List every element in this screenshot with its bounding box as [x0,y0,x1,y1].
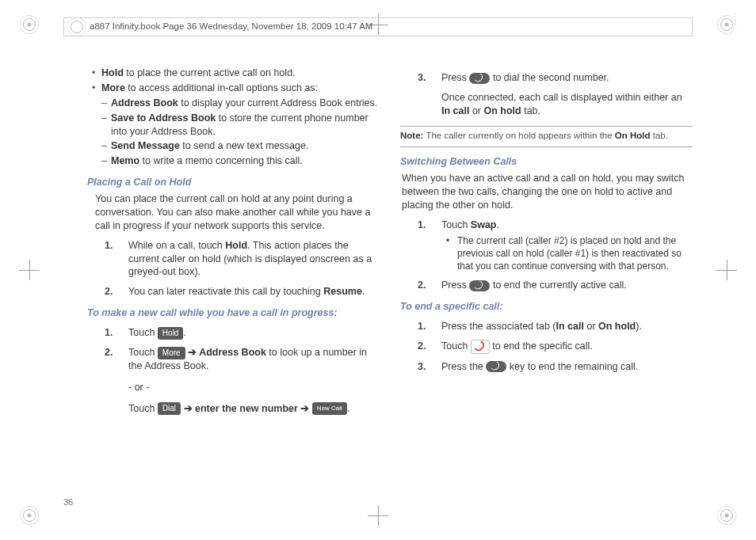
crop-mark [19,14,40,35]
step-item: 1. Touch Hold. [87,326,380,340]
divider [400,126,693,127]
left-column: Hold to place the current active call on… [87,65,380,477]
crop-mark [716,14,737,35]
step-item: 1. While on a call, touch Hold. This act… [87,239,380,280]
end-key-icon [469,280,490,291]
step-number: 1. [418,219,426,232]
new-call-button-icon: New Call [312,402,347,415]
paragraph: Once connected, each call is displayed w… [441,91,693,118]
list-item: Address Book to display your current Add… [87,97,380,110]
right-column: 3. Press to dial the second number. Once… [400,65,693,477]
step-item: 3. Press to dial the second number. Once… [400,71,693,118]
list-item: More to access additional in-call option… [87,82,380,95]
crop-mark [716,505,737,526]
step-number: 3. [418,71,426,85]
list-item: Memo to write a memo concerning this cal… [87,154,380,168]
step-item: 2. You can later reactivate this call by… [87,285,380,299]
step-item: 2. Touch to end the specific call. [400,340,693,354]
step-number: 1. [105,326,113,340]
more-button-icon: More [158,347,185,359]
end-key-icon [486,361,506,372]
step-number: 3. [418,360,426,374]
step-item: 1. Press the associated tab (In call or … [400,320,693,333]
step-number: 2. [418,340,426,353]
dial-button-icon: Dial [158,402,181,415]
step-number: 1. [105,239,113,253]
step-item: 1. Touch Swap. The current call (caller … [400,219,693,272]
paragraph: When you have an active call and a call … [402,172,693,212]
crop-mark [19,260,40,280]
section-heading: To make a new call while you have a call… [87,306,380,320]
section-heading: To end a specific call: [400,300,693,314]
page-header: a887 Infinity.book Page 36 Wednesday, No… [63,17,693,36]
header-ornament-icon [71,21,83,33]
step-item: 2. Press to end the currently active cal… [400,279,693,292]
list-item: Hold to place the current active call on… [87,67,380,80]
end-call-icon [471,340,490,354]
step-number: 2. [418,279,426,292]
step-number: 1. [418,320,426,333]
divider [400,146,693,147]
list-item: The current call (caller #2) is placed o… [441,234,693,273]
step-item: 3. Press the key to end the remaining ca… [400,360,693,374]
section-heading: Placing a Call on Hold [87,176,380,189]
header-text: a887 Infinity.book Page 36 Wednesday, No… [90,21,372,33]
step-number: 2. [105,285,113,299]
hold-button-icon: Hold [158,327,184,340]
or-separator: - or - [128,381,380,394]
note: Note: The caller currently on hold appea… [400,130,693,143]
step-number: 2. [105,346,113,359]
list-item: Save to Address Book to store the curren… [87,112,380,139]
step-alt: Touch Dial ➔ enter the new number ➔ New … [128,402,380,416]
crop-mark [19,505,40,526]
send-key-icon [469,73,490,84]
paragraph: You can place the current call on hold a… [95,192,380,233]
list-item: Send Message to send a new text message. [87,139,380,153]
crop-mark [716,260,737,280]
crop-mark [368,505,388,526]
page-number: 36 [63,496,73,508]
section-heading: Switching Between Calls [400,155,693,169]
step-item: 2. Touch More ➔ Address Book to look up … [87,346,380,416]
